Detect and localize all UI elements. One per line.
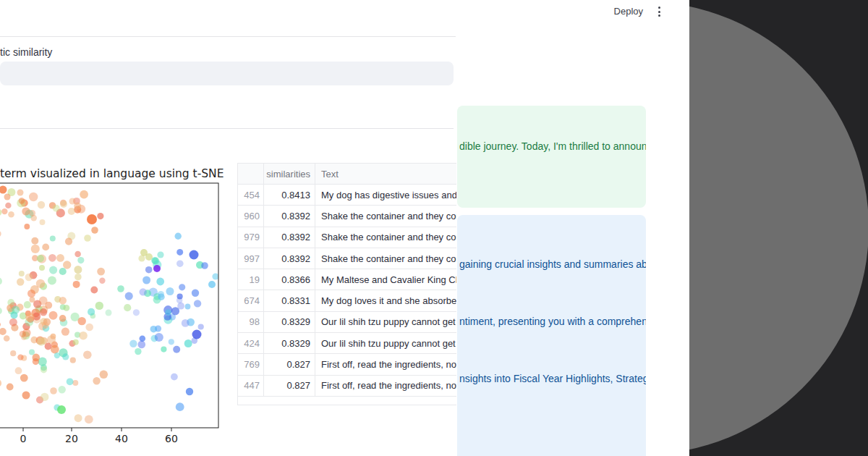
svg-text:60: 60 (165, 433, 178, 444)
cell-index[interactable]: 424 (238, 333, 264, 353)
svg-text:20: 20 (65, 433, 78, 444)
cell-text[interactable]: Shake the container and they come run (315, 248, 456, 269)
cell-similarity[interactable]: 0.8329 (264, 312, 315, 332)
cell-text[interactable]: Shake the container and they come run (315, 227, 456, 248)
cell-index[interactable]: 997 (238, 248, 264, 269)
cell-text[interactable]: First off, read the ingredients, no craz… (315, 376, 456, 396)
search-input[interactable] (0, 62, 454, 85)
table-row[interactable]: 6740.8331My dog loves it and she absorbe… (238, 290, 456, 311)
scatter-points (0, 186, 219, 424)
dataframe-body: 4540.8413My dog has digestive issues and… (238, 185, 456, 397)
cell-index[interactable]: 674 (238, 290, 264, 311)
similarities-dataframe[interactable]: similarities Text 4540.8413My dog has di… (237, 163, 456, 405)
table-row[interactable]: 980.8329Our lil shih tzu puppy cannot ge… (238, 312, 456, 333)
cell-text[interactable]: First off, read the ingredients, no craz… (315, 354, 456, 374)
cell-text[interactable]: My dog has digestive issues and this pro (315, 185, 456, 205)
cell-index[interactable]: 769 (238, 354, 264, 374)
cell-similarity[interactable]: 0.8413 (264, 185, 315, 205)
og-card: { "background": { "dark_color": "#242426… (0, 0, 868, 456)
cell-similarity[interactable]: 0.827 (264, 354, 315, 374)
cell-similarity[interactable]: 0.8392 (264, 227, 315, 248)
cell-index[interactable]: 979 (238, 227, 264, 248)
cell-similarity[interactable]: 0.8329 (264, 333, 315, 353)
app-screenshot-panel: Deploy tic similarity term visualized in… (0, 0, 689, 456)
cell-text[interactable]: My dog loves it and she absorbes it wel (315, 290, 456, 311)
table-row[interactable]: 4540.8413My dog has digestive issues and… (238, 185, 456, 206)
cell-index[interactable]: 960 (238, 206, 264, 226)
table-row[interactable]: 190.8366My Maltese and Cavalier King Cha… (238, 269, 456, 290)
cell-text[interactable]: Shake the container and they come run (315, 206, 456, 226)
table-row[interactable]: 9970.8392Shake the container and they co… (238, 248, 456, 269)
dataframe-header-similarities[interactable]: similarities (264, 164, 315, 184)
dataframe-empty-strip (238, 397, 456, 405)
search-input-label: tic similarity (0, 46, 52, 59)
cell-index[interactable]: 98 (238, 312, 264, 332)
alert-text-line: dible journey. Today, I'm thrilled to an… (459, 141, 646, 152)
cell-text[interactable]: My Maltese and Cavalier King Charles lo (315, 269, 456, 290)
alert-text-line: ntiment, presenting you with a comprehen… (459, 316, 646, 327)
cell-index[interactable]: 447 (238, 376, 264, 396)
dataframe-header-row: similarities Text (238, 164, 456, 185)
dataframe-header-text[interactable]: Text (315, 164, 456, 184)
cell-similarity[interactable]: 0.827 (264, 376, 315, 396)
alert-text-line: gaining crucial insights and summaries a… (459, 259, 646, 270)
cell-text[interactable]: Our lil shih tzu puppy cannot get enoug (315, 333, 456, 353)
dataframe-header-index[interactable] (238, 164, 264, 184)
cell-similarity[interactable]: 0.8392 (264, 248, 315, 269)
cell-index[interactable]: 454 (238, 185, 264, 205)
cell-similarity[interactable]: 0.8392 (264, 206, 315, 226)
kebab-menu-button[interactable] (650, 3, 668, 20)
alert-text-line: nsights into Fiscal Year Highlights, Str… (459, 373, 646, 384)
table-row[interactable]: 4470.827First off, read the ingredients,… (238, 376, 456, 397)
table-row[interactable]: 7690.827First off, read the ingredients,… (238, 354, 456, 375)
cell-similarity[interactable]: 0.8331 (264, 290, 315, 311)
cell-index[interactable]: 19 (238, 269, 264, 290)
section-divider (0, 128, 454, 129)
table-row[interactable]: 9790.8392Shake the container and they co… (238, 227, 456, 248)
x-axis: 0204060 (20, 428, 178, 444)
chart-title: term visualized in language using t-SNE (0, 167, 224, 180)
cell-text[interactable]: Our lil shih tzu puppy cannot get enoug (315, 312, 456, 332)
deploy-button[interactable]: Deploy (611, 4, 646, 19)
table-row[interactable]: 4240.8329Our lil shih tzu puppy cannot g… (238, 333, 456, 354)
plot-frame (0, 183, 218, 428)
app-header: Deploy (0, 0, 689, 36)
info-alert: gaining crucial insights and summaries a… (457, 215, 646, 456)
header-divider (0, 36, 456, 37)
table-row[interactable]: 9600.8392Shake the container and they co… (238, 206, 456, 227)
success-alert: dible journey. Today, I'm thrilled to an… (457, 106, 646, 208)
cell-similarity[interactable]: 0.8366 (264, 269, 315, 290)
svg-text:40: 40 (115, 433, 128, 444)
svg-text:0: 0 (20, 433, 27, 444)
